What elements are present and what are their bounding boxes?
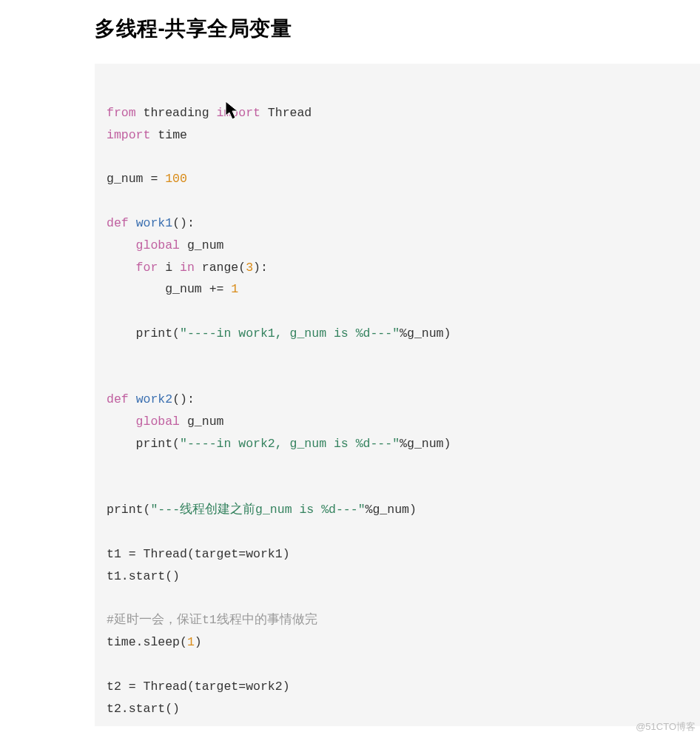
keyword: def — [107, 392, 129, 406]
code-text: ): — [253, 261, 268, 275]
indent — [107, 415, 136, 429]
space — [129, 216, 136, 230]
function-name: work1 — [136, 216, 173, 230]
indent — [107, 261, 136, 275]
number-literal: 1 — [187, 635, 195, 649]
code-text: ) — [195, 635, 202, 649]
string-literal: "----in work2, g_num is %d---" — [180, 437, 400, 451]
code-text: print( — [136, 326, 180, 341]
number-literal: 3 — [246, 261, 253, 275]
code-text: g_num = — [107, 172, 165, 186]
keyword: global — [136, 415, 180, 429]
number-literal: 1 — [231, 282, 238, 296]
keyword: import — [107, 128, 150, 142]
code-text: %g_num) — [400, 326, 451, 341]
indent — [107, 326, 136, 341]
code-text: time.sleep( — [107, 635, 187, 649]
keyword: for — [136, 261, 158, 275]
keyword: import — [217, 106, 260, 120]
code-text: (): — [172, 392, 195, 406]
watermark: @51CTO博客 — [636, 720, 696, 734]
function-name: work2 — [136, 392, 173, 406]
code-text: t2 = Thread(target=work2) — [107, 680, 290, 694]
code-text: range( — [195, 261, 246, 275]
code-text: g_num — [180, 238, 223, 252]
code-text: t1.start() — [107, 569, 180, 583]
code-text: %g_num) — [366, 503, 417, 517]
code-text: time — [150, 128, 187, 142]
indent — [107, 437, 136, 451]
string-literal: "---线程创建之前g_num is %d---" — [150, 503, 365, 517]
code-text: g_num — [180, 415, 223, 429]
keyword: in — [180, 261, 195, 275]
page-title: 多线程-共享全局变量 — [95, 15, 292, 43]
comment: #延时一会，保证t1线程中的事情做完 — [107, 613, 317, 627]
code-text: g_num += — [165, 282, 231, 296]
string-literal: "----in work1, g_num is %d---" — [180, 326, 400, 341]
code-text: print( — [107, 503, 150, 517]
code-text: i — [158, 261, 180, 275]
code-block: from threading import Thread import time… — [95, 64, 700, 726]
code-content: from threading import Thread import time… — [107, 102, 688, 719]
code-text: threading — [136, 106, 217, 120]
code-text: %g_num) — [400, 437, 451, 451]
space — [129, 392, 136, 406]
indent — [107, 238, 136, 252]
keyword: def — [107, 216, 129, 230]
number-literal: 100 — [165, 172, 187, 186]
code-text: t1 = Thread(target=work1) — [107, 547, 290, 561]
code-text: Thread — [260, 106, 312, 120]
keyword: from — [107, 106, 136, 120]
indent — [107, 282, 165, 296]
code-text: (): — [172, 216, 195, 230]
code-text: print( — [136, 437, 180, 451]
code-text: t2.start() — [107, 702, 180, 716]
keyword: global — [136, 238, 180, 252]
